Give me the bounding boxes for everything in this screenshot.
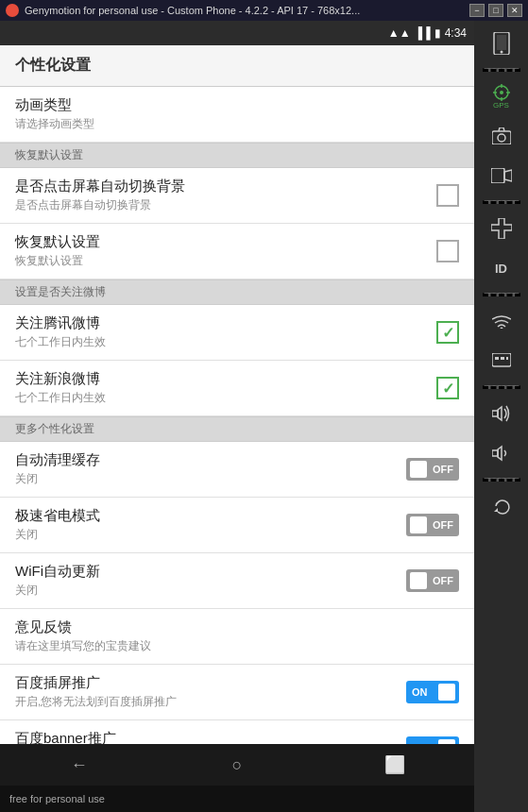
- svg-point-2: [500, 51, 502, 54]
- auto-clear-cache-item[interactable]: 自动清理缓存 关闭 OFF: [0, 442, 474, 498]
- baidu-interstitial-knob: [438, 684, 455, 701]
- auto-switch-bg-item[interactable]: 是否点击屏幕自动切换背景 是否点击屏幕自动切换背景: [0, 168, 474, 224]
- feedback-title: 意见反馈: [15, 618, 459, 636]
- restore-defaults-title: 恢复默认设置: [15, 233, 436, 251]
- wifi-auto-update-knob: [410, 572, 427, 589]
- svg-rect-16: [506, 357, 508, 360]
- auto-clear-cache-toggle[interactable]: OFF: [406, 458, 459, 481]
- animation-type-subtitle: 请选择动画类型: [15, 116, 459, 132]
- sms-sidebar-btn[interactable]: [478, 342, 525, 380]
- baidu-banner-label: ON: [412, 742, 428, 744]
- svg-rect-15: [501, 357, 504, 360]
- auto-switch-bg-subtitle: 是否点击屏幕自动切换背景: [15, 197, 436, 213]
- baidu-interstitial-toggle[interactable]: ON: [406, 681, 459, 703]
- gps-sidebar-btn[interactable]: GPS: [478, 77, 525, 115]
- volume-down-sidebar-btn[interactable]: [478, 434, 525, 472]
- animation-type-item[interactable]: 动画类型 请选择动画类型: [0, 87, 474, 143]
- sina-weibo-subtitle: 七个工作日内生效: [15, 390, 436, 406]
- feedback-item[interactable]: 意见反馈 请在这里填写您的宝贵建议: [0, 609, 474, 665]
- dpad-icon: [491, 218, 512, 239]
- right-sidebar: GPS ID: [474, 21, 528, 812]
- auto-switch-bg-title: 是否点击屏幕自动切换背景: [15, 178, 436, 195]
- sidebar-divider-2: [483, 200, 520, 204]
- section-header-weibo: 设置是否关注微博: [0, 279, 474, 305]
- section-header-restore: 恢复默认设置: [0, 143, 474, 168]
- svg-point-12: [500, 328, 502, 330]
- tencent-weibo-item[interactable]: 关注腾讯微博 七个工作日内生效 ✓: [0, 305, 474, 361]
- sina-weibo-title: 关注新浪微博: [15, 370, 436, 388]
- time-display: 4:34: [445, 26, 467, 40]
- rotate-sidebar-btn[interactable]: [478, 487, 525, 525]
- recents-button[interactable]: ⬜: [371, 748, 418, 782]
- power-saver-item[interactable]: 极速省电模式 关闭 OFF: [0, 498, 474, 553]
- auto-clear-cache-label: OFF: [433, 464, 453, 475]
- phone-icon: [492, 32, 511, 55]
- id-sidebar-btn[interactable]: ID: [478, 249, 525, 287]
- camera-sidebar-btn[interactable]: [478, 117, 525, 155]
- camera-icon: [492, 127, 511, 144]
- sina-weibo-checkmark: ✓: [442, 380, 454, 398]
- restore-defaults-item[interactable]: 恢复默认设置 恢复默认设置: [0, 224, 474, 279]
- wifi-auto-update-label: OFF: [433, 575, 453, 586]
- sms-icon: [492, 353, 511, 368]
- restore-defaults-subtitle: 恢复默认设置: [15, 253, 436, 269]
- power-saver-toggle[interactable]: OFF: [406, 514, 459, 536]
- power-saver-knob: [410, 516, 427, 533]
- baidu-banner-item[interactable]: 百度banner推广 开启,您将无法划到百度banner推广 ON: [0, 720, 474, 744]
- close-button[interactable]: ✕: [507, 4, 522, 17]
- window-title: Genymotion for personal use - Custom Pho…: [25, 5, 469, 16]
- baidu-banner-toggle[interactable]: ON: [406, 736, 459, 744]
- tencent-weibo-checkbox[interactable]: ✓: [436, 321, 459, 344]
- baidu-banner-title: 百度banner推广: [15, 730, 406, 744]
- video-sidebar-btn[interactable]: [478, 157, 525, 195]
- app-bar: 个性化设置: [0, 45, 474, 87]
- home-button[interactable]: ○: [213, 748, 261, 782]
- sina-weibo-item[interactable]: 关注新浪微博 七个工作日内生效 ✓: [0, 361, 474, 416]
- sidebar-divider-5: [483, 478, 520, 482]
- status-bar: ▲▲ ▐▐ ▮ 4:34: [0, 21, 474, 45]
- wifi-auto-update-title: WiFi自动更新: [15, 563, 406, 581]
- volume-down-icon: [492, 444, 511, 463]
- title-bar: Genymotion for personal use - Custom Pho…: [0, 0, 528, 21]
- auto-switch-bg-checkbox[interactable]: [436, 184, 459, 207]
- back-icon: ←: [71, 755, 88, 775]
- auto-clear-cache-knob: [410, 461, 427, 478]
- phone-sidebar-btn[interactable]: [478, 25, 525, 62]
- baidu-interstitial-item[interactable]: 百度插屏推广 开启,您将无法划到百度插屏推广 ON: [0, 665, 474, 720]
- main-wrapper: ▲▲ ▐▐ ▮ 4:34 个性化设置 动画类型 请选择动画类型 恢复默认设置 是…: [0, 21, 528, 812]
- auto-clear-cache-title: 自动清理缓存: [15, 451, 406, 469]
- signal-status-icon: ▐▐: [415, 26, 431, 40]
- back-button[interactable]: ←: [56, 748, 103, 782]
- home-icon: ○: [232, 755, 243, 775]
- nav-bar: ← ○ ⬜: [0, 744, 474, 786]
- svg-point-4: [500, 91, 503, 94]
- rotate-icon: [491, 496, 512, 516]
- baidu-interstitial-label: ON: [412, 686, 428, 698]
- tencent-weibo-subtitle: 七个工作日内生效: [15, 334, 436, 350]
- svg-rect-1: [497, 35, 506, 50]
- baidu-interstitial-title: 百度插屏推广: [15, 674, 406, 692]
- android-screen: ▲▲ ▐▐ ▮ 4:34 个性化设置 动画类型 请选择动画类型 恢复默认设置 是…: [0, 21, 474, 812]
- gps-icon: [493, 84, 510, 101]
- wifi-auto-update-item[interactable]: WiFi自动更新 关闭 OFF: [0, 553, 474, 609]
- sidebar-divider-3: [483, 293, 520, 296]
- scroll-content[interactable]: 动画类型 请选择动画类型 恢复默认设置 是否点击屏幕自动切换背景 是否点击屏幕自…: [0, 87, 474, 744]
- volume-up-sidebar-btn[interactable]: [478, 395, 525, 432]
- recents-icon: ⬜: [384, 754, 405, 775]
- svg-rect-18: [492, 411, 498, 416]
- svg-rect-11: [491, 168, 504, 183]
- wifi-auto-update-toggle[interactable]: OFF: [406, 569, 459, 592]
- wifi-auto-update-subtitle: 关闭: [15, 583, 406, 599]
- wifi-sidebar-btn[interactable]: [478, 302, 525, 340]
- dpad-sidebar-btn[interactable]: [478, 210, 525, 247]
- sina-weibo-checkbox[interactable]: ✓: [436, 377, 459, 399]
- restore-defaults-checkbox[interactable]: [436, 240, 459, 262]
- minimize-button[interactable]: −: [469, 4, 485, 17]
- maximize-button[interactable]: □: [488, 4, 503, 17]
- svg-rect-20: [492, 450, 498, 456]
- bottom-bar: free for personal use: [0, 786, 474, 812]
- auto-clear-cache-subtitle: 关闭: [15, 471, 406, 487]
- baidu-interstitial-subtitle: 开启,您将无法划到百度插屏推广: [15, 694, 406, 710]
- power-saver-title: 极速省电模式: [15, 507, 406, 525]
- svg-marker-21: [494, 508, 498, 512]
